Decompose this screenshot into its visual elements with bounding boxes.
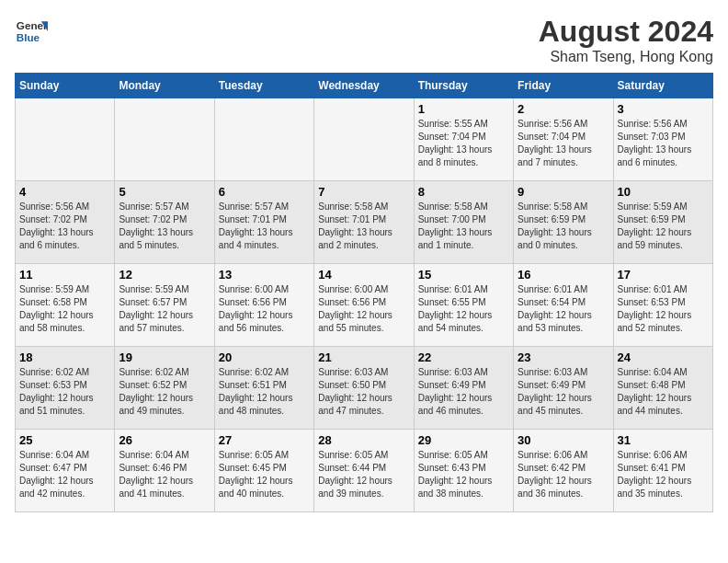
day-info: Sunrise: 6:04 AM Sunset: 6:47 PM Dayligh…: [19, 449, 110, 500]
day-number: 12: [119, 268, 210, 282]
day-number: 16: [518, 268, 609, 282]
day-cell: 3Sunrise: 5:56 AM Sunset: 7:03 PM Daylig…: [613, 98, 712, 181]
day-info: Sunrise: 5:57 AM Sunset: 7:02 PM Dayligh…: [119, 201, 210, 252]
day-info: Sunrise: 5:59 AM Sunset: 6:58 PM Dayligh…: [19, 283, 110, 335]
day-info: Sunrise: 5:59 AM Sunset: 6:57 PM Dayligh…: [119, 283, 210, 335]
day-number: 28: [318, 433, 409, 447]
day-number: 1: [418, 102, 509, 116]
day-info: Sunrise: 6:02 AM Sunset: 6:53 PM Dayligh…: [19, 366, 110, 418]
day-cell: 13Sunrise: 6:00 AM Sunset: 6:56 PM Dayli…: [214, 264, 313, 347]
day-cell: [214, 98, 313, 181]
day-cell: 16Sunrise: 6:01 AM Sunset: 6:54 PM Dayli…: [514, 264, 613, 347]
week-row-1: 4Sunrise: 5:56 AM Sunset: 7:02 PM Daylig…: [16, 181, 713, 264]
day-number: 18: [19, 350, 110, 364]
week-row-4: 25Sunrise: 6:04 AM Sunset: 6:47 PM Dayli…: [16, 430, 713, 512]
day-cell: 15Sunrise: 6:01 AM Sunset: 6:55 PM Dayli…: [414, 264, 513, 347]
day-cell: 10Sunrise: 5:59 AM Sunset: 6:59 PM Dayli…: [613, 181, 712, 264]
day-number: 31: [618, 433, 709, 447]
week-row-3: 18Sunrise: 6:02 AM Sunset: 6:53 PM Dayli…: [16, 347, 713, 430]
day-cell: 24Sunrise: 6:04 AM Sunset: 6:48 PM Dayli…: [613, 347, 712, 430]
calendar-header: SundayMondayTuesdayWednesdayThursdayFrid…: [16, 74, 713, 98]
day-cell: 14Sunrise: 6:00 AM Sunset: 6:56 PM Dayli…: [314, 264, 414, 347]
day-number: 3: [618, 102, 709, 116]
week-row-2: 11Sunrise: 5:59 AM Sunset: 6:58 PM Dayli…: [16, 264, 713, 347]
calendar-table: SundayMondayTuesdayWednesdayThursdayFrid…: [15, 73, 713, 512]
day-cell: 20Sunrise: 6:02 AM Sunset: 6:51 PM Dayli…: [214, 347, 313, 430]
day-cell: 30Sunrise: 6:06 AM Sunset: 6:42 PM Dayli…: [514, 430, 613, 512]
day-number: 26: [119, 433, 210, 447]
day-info: Sunrise: 5:55 AM Sunset: 7:04 PM Dayligh…: [418, 118, 509, 169]
day-number: 25: [19, 433, 110, 447]
calendar-body: 1Sunrise: 5:55 AM Sunset: 7:04 PM Daylig…: [16, 98, 713, 512]
day-info: Sunrise: 6:01 AM Sunset: 6:55 PM Dayligh…: [418, 283, 509, 335]
week-row-0: 1Sunrise: 5:55 AM Sunset: 7:04 PM Daylig…: [16, 98, 713, 181]
day-number: 10: [618, 185, 709, 199]
day-cell: 17Sunrise: 6:01 AM Sunset: 6:53 PM Dayli…: [613, 264, 712, 347]
day-cell: 5Sunrise: 5:57 AM Sunset: 7:02 PM Daylig…: [115, 181, 214, 264]
day-info: Sunrise: 6:04 AM Sunset: 6:48 PM Dayligh…: [618, 366, 709, 418]
day-number: 22: [418, 350, 509, 364]
day-info: Sunrise: 6:00 AM Sunset: 6:56 PM Dayligh…: [219, 283, 310, 335]
day-cell: 9Sunrise: 5:58 AM Sunset: 6:59 PM Daylig…: [514, 181, 613, 264]
day-info: Sunrise: 6:03 AM Sunset: 6:49 PM Dayligh…: [418, 366, 509, 418]
day-info: Sunrise: 5:58 AM Sunset: 6:59 PM Dayligh…: [518, 201, 609, 252]
day-number: 30: [518, 433, 609, 447]
day-info: Sunrise: 6:01 AM Sunset: 6:54 PM Dayligh…: [518, 283, 609, 335]
day-cell: 11Sunrise: 5:59 AM Sunset: 6:58 PM Dayli…: [16, 264, 115, 347]
day-cell: 6Sunrise: 5:57 AM Sunset: 7:01 PM Daylig…: [214, 181, 313, 264]
day-info: Sunrise: 6:03 AM Sunset: 6:50 PM Dayligh…: [318, 366, 409, 418]
day-info: Sunrise: 6:05 AM Sunset: 6:43 PM Dayligh…: [418, 449, 509, 500]
day-info: Sunrise: 5:56 AM Sunset: 7:04 PM Dayligh…: [518, 118, 609, 169]
day-number: 9: [518, 185, 609, 199]
header-tuesday: Tuesday: [214, 74, 313, 98]
day-cell: 29Sunrise: 6:05 AM Sunset: 6:43 PM Dayli…: [414, 430, 513, 512]
subtitle: Sham Tseng, Hong Kong: [539, 49, 713, 65]
day-number: 15: [418, 268, 509, 282]
day-number: 17: [618, 268, 709, 282]
page-header: General Blue August 2024 Sham Tseng, Hon…: [15, 15, 713, 65]
day-cell: [115, 98, 214, 181]
day-number: 4: [19, 185, 110, 199]
day-cell: 23Sunrise: 6:03 AM Sunset: 6:49 PM Dayli…: [514, 347, 613, 430]
header-thursday: Thursday: [414, 74, 513, 98]
day-cell: [16, 98, 115, 181]
day-number: 5: [119, 185, 210, 199]
day-number: 19: [119, 350, 210, 364]
header-wednesday: Wednesday: [314, 74, 414, 98]
day-info: Sunrise: 6:01 AM Sunset: 6:53 PM Dayligh…: [618, 283, 709, 335]
day-info: Sunrise: 5:57 AM Sunset: 7:01 PM Dayligh…: [219, 201, 310, 252]
day-info: Sunrise: 6:05 AM Sunset: 6:45 PM Dayligh…: [219, 449, 310, 500]
day-number: 11: [19, 268, 110, 282]
day-cell: 12Sunrise: 5:59 AM Sunset: 6:57 PM Dayli…: [115, 264, 214, 347]
title-block: August 2024 Sham Tseng, Hong Kong: [539, 15, 713, 65]
day-number: 27: [219, 433, 310, 447]
day-info: Sunrise: 5:59 AM Sunset: 6:59 PM Dayligh…: [618, 201, 709, 252]
day-number: 29: [418, 433, 509, 447]
day-number: 24: [618, 350, 709, 364]
day-cell: 1Sunrise: 5:55 AM Sunset: 7:04 PM Daylig…: [414, 98, 513, 181]
day-cell: 4Sunrise: 5:56 AM Sunset: 7:02 PM Daylig…: [16, 181, 115, 264]
day-info: Sunrise: 6:05 AM Sunset: 6:44 PM Dayligh…: [318, 449, 409, 500]
day-number: 13: [219, 268, 310, 282]
day-number: 8: [418, 185, 509, 199]
day-cell: 2Sunrise: 5:56 AM Sunset: 7:04 PM Daylig…: [514, 98, 613, 181]
header-monday: Monday: [115, 74, 214, 98]
day-info: Sunrise: 5:56 AM Sunset: 7:03 PM Dayligh…: [618, 118, 709, 169]
day-cell: 26Sunrise: 6:04 AM Sunset: 6:46 PM Dayli…: [115, 430, 214, 512]
day-number: 23: [518, 350, 609, 364]
day-cell: 19Sunrise: 6:02 AM Sunset: 6:52 PM Dayli…: [115, 347, 214, 430]
day-number: 2: [518, 102, 609, 116]
header-friday: Friday: [514, 74, 613, 98]
day-cell: 8Sunrise: 5:58 AM Sunset: 7:00 PM Daylig…: [414, 181, 513, 264]
svg-text:General: General: [17, 19, 48, 31]
day-cell: 7Sunrise: 5:58 AM Sunset: 7:01 PM Daylig…: [314, 181, 414, 264]
day-info: Sunrise: 6:00 AM Sunset: 6:56 PM Dayligh…: [318, 283, 409, 335]
svg-text:Blue: Blue: [17, 31, 40, 43]
day-cell: 27Sunrise: 6:05 AM Sunset: 6:45 PM Dayli…: [214, 430, 313, 512]
day-number: 20: [219, 350, 310, 364]
logo: General Blue: [15, 15, 48, 48]
day-number: 21: [318, 350, 409, 364]
day-cell: [314, 98, 414, 181]
day-info: Sunrise: 5:56 AM Sunset: 7:02 PM Dayligh…: [19, 201, 110, 252]
logo-icon: General Blue: [15, 15, 48, 48]
